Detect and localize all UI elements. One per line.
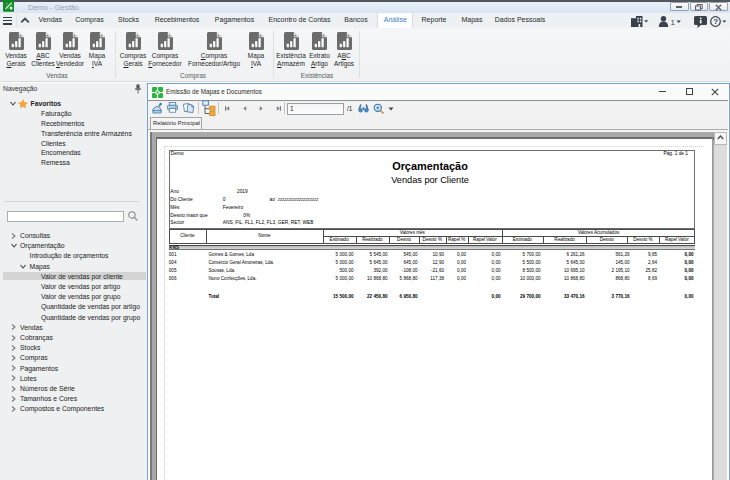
svg-text:1: 1 [671,18,676,27]
svg-text:?: ? [713,17,718,26]
